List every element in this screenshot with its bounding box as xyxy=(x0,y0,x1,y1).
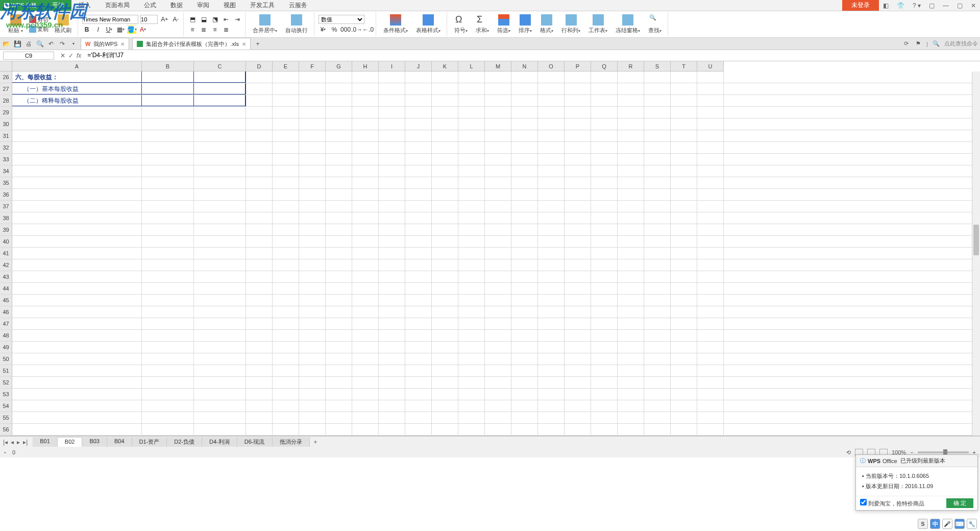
cell[interactable] xyxy=(697,177,724,188)
cell[interactable] xyxy=(591,118,618,130)
cell[interactable] xyxy=(142,412,194,423)
cell[interactable] xyxy=(273,95,299,106)
cell[interactable] xyxy=(458,389,485,400)
cell[interactable] xyxy=(405,130,432,141)
cell[interactable] xyxy=(565,71,591,83)
cell[interactable] xyxy=(273,365,299,376)
cell[interactable] xyxy=(697,130,724,141)
menu-tab-6[interactable]: 视图 xyxy=(216,0,243,11)
cell[interactable] xyxy=(565,342,591,353)
row-header[interactable]: 47 xyxy=(0,318,12,330)
cell[interactable] xyxy=(273,224,299,235)
cell[interactable] xyxy=(618,107,644,118)
cell[interactable] xyxy=(432,71,458,83)
cell[interactable] xyxy=(644,306,671,318)
cell[interactable] xyxy=(618,342,644,353)
cell[interactable] xyxy=(246,189,273,200)
cell[interactable] xyxy=(246,248,273,259)
cell[interactable] xyxy=(326,283,352,294)
cell[interactable] xyxy=(194,142,246,153)
cell[interactable] xyxy=(194,353,246,365)
sheet-prev-icon[interactable]: ◂ xyxy=(10,439,15,446)
cell[interactable] xyxy=(12,377,142,388)
cell[interactable] xyxy=(194,177,246,188)
tshirt-icon[interactable]: 👕 xyxy=(893,0,909,11)
cell[interactable] xyxy=(458,83,485,94)
cell[interactable] xyxy=(618,201,644,212)
column-headers[interactable]: ABCDEFGHIJKLMNOPQRSTU xyxy=(12,61,972,71)
cell[interactable] xyxy=(142,201,194,212)
cell[interactable] xyxy=(511,400,538,412)
font-family-select[interactable] xyxy=(82,15,138,24)
cell[interactable] xyxy=(12,118,142,130)
row-header[interactable]: 42 xyxy=(0,259,12,271)
cell[interactable] xyxy=(246,365,273,376)
cell[interactable] xyxy=(565,95,591,106)
col-header[interactable]: A xyxy=(12,61,142,71)
cell[interactable] xyxy=(379,389,405,400)
col-header[interactable]: B xyxy=(142,61,194,71)
cell[interactable] xyxy=(591,95,618,106)
cell[interactable] xyxy=(352,130,379,141)
cell[interactable] xyxy=(326,330,352,341)
cell[interactable] xyxy=(352,342,379,353)
cell[interactable] xyxy=(12,295,142,306)
cell[interactable] xyxy=(352,330,379,341)
cell[interactable] xyxy=(299,330,326,341)
cell[interactable] xyxy=(405,236,432,247)
cell[interactable] xyxy=(538,283,565,294)
cell[interactable] xyxy=(379,412,405,423)
cell[interactable] xyxy=(12,248,142,259)
cell[interactable] xyxy=(432,154,458,165)
col-header[interactable]: M xyxy=(485,61,511,71)
cell[interactable] xyxy=(352,224,379,235)
cell[interactable] xyxy=(644,130,671,141)
cell[interactable] xyxy=(246,165,273,177)
cell[interactable] xyxy=(458,248,485,259)
cell[interactable] xyxy=(273,248,299,259)
cell[interactable] xyxy=(273,236,299,247)
cell[interactable] xyxy=(352,283,379,294)
cell[interactable] xyxy=(511,118,538,130)
cell[interactable] xyxy=(299,177,326,188)
row-header[interactable]: 48 xyxy=(0,330,12,342)
cell[interactable] xyxy=(246,95,273,106)
cell[interactable] xyxy=(432,248,458,259)
app-badge[interactable]: WPS 表格 ▾ xyxy=(0,0,45,11)
cell[interactable] xyxy=(697,271,724,282)
cell[interactable] xyxy=(194,412,246,423)
cell[interactable] xyxy=(326,365,352,376)
find-button[interactable]: 🔍查找▾ xyxy=(645,13,665,35)
cell[interactable] xyxy=(379,353,405,365)
cell[interactable] xyxy=(299,389,326,400)
cell[interactable] xyxy=(142,224,194,235)
cell[interactable] xyxy=(405,400,432,412)
cell[interactable] xyxy=(697,107,724,118)
cell[interactable] xyxy=(299,248,326,259)
cell[interactable] xyxy=(194,283,246,294)
cell[interactable] xyxy=(246,107,273,118)
cell[interactable] xyxy=(405,212,432,224)
cell[interactable] xyxy=(379,95,405,106)
cell[interactable] xyxy=(194,71,246,83)
menu-tab-7[interactable]: 开发工具 xyxy=(243,0,282,11)
cell[interactable] xyxy=(485,165,511,177)
cell[interactable] xyxy=(511,142,538,153)
cell[interactable] xyxy=(352,201,379,212)
cell[interactable] xyxy=(194,165,246,177)
cell[interactable] xyxy=(432,118,458,130)
cell[interactable] xyxy=(326,295,352,306)
cell[interactable] xyxy=(326,165,352,177)
cell[interactable] xyxy=(485,377,511,388)
cell[interactable]: （二）稀释每股收益 xyxy=(12,95,142,106)
cell[interactable] xyxy=(591,189,618,200)
cell[interactable] xyxy=(644,259,671,271)
cell[interactable] xyxy=(142,259,194,271)
cell[interactable] xyxy=(326,412,352,423)
cell[interactable] xyxy=(273,318,299,329)
cell[interactable] xyxy=(485,177,511,188)
cell[interactable] xyxy=(12,201,142,212)
cell[interactable] xyxy=(379,259,405,271)
cell[interactable] xyxy=(671,212,697,224)
cell[interactable] xyxy=(194,154,246,165)
